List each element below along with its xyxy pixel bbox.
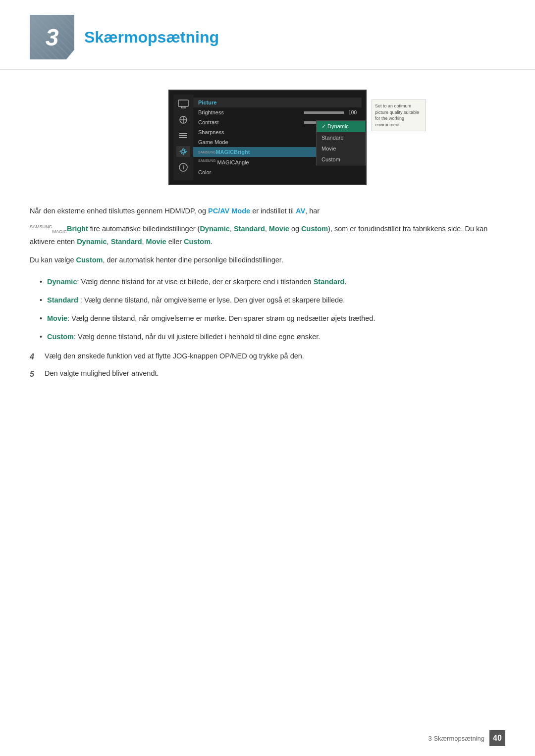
numbered-steps: 4 Vælg den ønskede funktion ved at flytt… [30,351,505,381]
fire-text: fire automatiske billedindstillinger ( [88,225,200,233]
bullet-movie: Movie: Vælg denne tilstand, når omgivels… [40,313,505,324]
bullet-standard: Standard : Vælg denne tilstand, når omgi… [40,295,505,306]
bright-text: Bright [234,149,250,155]
comma2: , [265,225,269,233]
brightness-menu-item: Brightness 100 [193,107,362,117]
gear-icon [176,146,190,157]
du-kan-text: Du kan vælge [30,256,76,264]
footer-page-number: 40 [489,730,505,746]
custom-highlight2: Custom [184,238,211,246]
monitor-diagram: i Picture Brightness [30,90,505,185]
step-4-number: 4 [30,351,45,363]
samsung-label-bright: SAMSUNG [198,151,215,154]
bullet-custom: Custom: Vælg denne tilstand, når du vil … [40,331,505,343]
dropdown-movie[interactable]: Movie [317,143,365,154]
main-content: i Picture Brightness [0,90,535,381]
bullet-dynamic-term: Dynamic [47,278,77,286]
bullet-movie-text: : Vælg denne tilstand, når omgivelserne … [67,314,375,322]
monitor-wrapper: i Picture Brightness [168,90,367,185]
der-auto-text: , der automatisk henter dine personlige … [103,256,283,264]
intro-text: Når den eksterne enhed tilsluttes gennem… [30,205,505,217]
magic-bright-text: Bright [67,225,88,233]
bullet-movie-term: Movie [47,314,67,322]
menu-section-title: Picture [193,98,362,107]
dropdown-menu: Dynamic Standard Movie Custom [316,120,366,165]
intro-start: Når den eksterne enhed tilsluttes gennem… [30,207,208,215]
bullet-custom-text: : Vælg denne tilstand, når du vil juster… [74,333,320,341]
brightness-fill [304,111,344,114]
monitor-screen-icon [176,99,190,109]
dropdown-dynamic[interactable]: Dynamic [317,121,365,132]
bullet-custom-term: Custom [47,333,74,341]
info-icon: i [176,162,190,173]
contrast-label: Contrast [198,119,304,125]
av-highlight: AV [296,207,305,215]
custom-bold: Custom [76,256,103,264]
intro-mid: er indstillet til [250,207,296,215]
chapter-number: 3 [46,24,59,51]
brightness-bar: 100 [304,110,357,115]
intro-paragraph: Når den eksterne enhed tilsluttes gennem… [30,205,505,266]
brightness-value: 100 [347,110,357,115]
bullet-standard-text: : Vælg denne tilstand, når omgivelserne … [78,296,345,304]
monitor-tooltip: Set to an optimum picture quality suitab… [372,100,426,131]
bullet-standard-ref: Standard [314,278,345,286]
intro-end: , har [305,207,320,215]
chapter-badge-wrapper: 3 [30,15,74,59]
step-5: 5 Den valgte mulighed bliver anvendt. [30,368,505,381]
og-text: og [289,225,301,233]
bullet-dynamic: Dynamic: Vælg denne tilstand for at vise… [40,276,505,288]
pcav-mode-highlight: PC/AV Mode [208,207,250,215]
step-4: 4 Vælg den ønskede funktion ved at flytt… [30,351,505,363]
custom-highlight: Custom [301,225,328,233]
monitor-sidebar: i [173,95,193,180]
samsung-bright-paragraph: SAMSUNGMAGICBright fire automatiske bill… [30,223,505,248]
bullet-dynamic-end: . [344,278,346,286]
monitor-screen: i Picture Brightness [173,95,362,180]
brightness-progress [304,111,344,114]
footer-chapter-ref: 3 Skærmopsætning [428,735,484,742]
movie-highlight: Movie [269,225,289,233]
standard-highlight2: Standard [111,238,142,246]
bullet-dynamic-text: : Vælg denne tilstand for at vise et bil… [77,278,313,286]
du-kan-paragraph: Du kan vælge Custom, der automatisk hent… [30,254,505,266]
bullet-list: Dynamic: Vælg denne tilstand for at vise… [40,276,505,343]
magic-angle-label: MAGICAngle [217,159,249,165]
comma3: , [107,238,111,246]
magic-bright-label: MAGIC [215,149,234,155]
svg-text:i: i [182,164,184,170]
comma4: , [142,238,146,246]
svg-point-10 [182,150,185,153]
period: . [211,238,213,246]
comma1: , [230,225,234,233]
dynamic-highlight: Dynamic [200,225,229,233]
dropdown-standard[interactable]: Standard [317,132,365,143]
eller-text: eller [166,238,184,246]
monitor-container: i Picture Brightness [168,90,367,185]
movie-highlight2: Movie [146,238,166,246]
dynamic-highlight2: Dynamic [77,238,107,246]
brightness-label: Brightness [198,109,304,115]
standard-highlight: Standard [234,225,265,233]
bullet-standard-term: Standard [47,296,78,304]
step-5-number: 5 [30,368,45,381]
page-footer: 3 Skærmopsætning 40 [428,730,505,746]
step-4-text: Vælg den ønskede funktion ved at flytte … [45,351,505,363]
color-menu-item: Color [193,167,362,177]
chapter-badge: 3 [30,15,74,59]
magic-sub: MAGIC [53,229,67,234]
samsung-label-angle: SAMSUNG [198,159,215,162]
arrows-icon [176,114,190,125]
svg-rect-0 [178,100,188,106]
lines-icon [176,130,190,141]
page-header: 3 Skærmopsætning [0,0,535,70]
samsung-sup: SAMSUNG [30,224,53,229]
dropdown-custom[interactable]: Custom [317,154,365,165]
color-label: Color [198,169,357,175]
chapter-title: Skærmopsætning [84,28,219,47]
step-5-text: Den valgte mulighed bliver anvendt. [45,368,505,381]
